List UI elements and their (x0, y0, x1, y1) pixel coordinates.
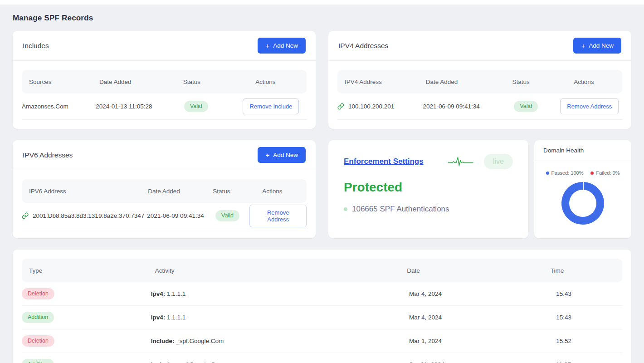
include-source: Amazonses.Com (22, 103, 96, 110)
ipv6-add-new-button[interactable]: + Add New (258, 147, 306, 163)
activity-table-header: Type Activity Date Time (22, 259, 622, 282)
activity-log-card: Type Activity Date Time Deletion Ipv4: 1… (13, 250, 631, 363)
plus-icon: + (265, 42, 269, 49)
activity-value: _spf.Google.Com (174, 361, 224, 363)
activity-time: 15:52 (556, 338, 622, 344)
activity-date: Mar 4, 2024 (409, 314, 556, 321)
column-header: Actions (553, 78, 615, 85)
activity-value: 1.1.1.1 (165, 290, 185, 297)
activity-type-badge: Addition (22, 359, 54, 363)
link-icon (337, 103, 344, 110)
add-new-label: Add New (589, 42, 614, 49)
table-row: 100.100.200.201 2021-06-09 09:41:34 Vali… (337, 93, 622, 120)
activity-row: Deletion Include: _spf.Google.Com Mar 1,… (22, 329, 622, 353)
activity-row: Addition Include: _spf.Google.Com Jan 31… (22, 353, 622, 363)
activity-value: _spf.Google.Com (174, 338, 224, 344)
activity-date: Jan 31, 2024 (409, 361, 556, 363)
column-header: IPV6 Address (29, 188, 148, 195)
column-header: Activity (155, 267, 407, 274)
ipv6-card: IPV6 Addresses + Add New IPV6 Address Da… (13, 140, 316, 238)
activity-label: Include: (151, 361, 175, 363)
domain-health-donut (561, 182, 604, 225)
ipv6-title: IPV6 Addresses (23, 151, 73, 159)
remove-address-button[interactable]: Remove Address (249, 205, 307, 227)
plus-icon: + (265, 152, 269, 158)
status-badge: Valid (514, 101, 538, 113)
activity-time: 15:43 (556, 314, 622, 321)
activity-type-badge: Deletion (22, 288, 54, 300)
legend-dot-failed (590, 172, 594, 175)
spf-authentications-count: 106665 SPF Authentications (352, 205, 449, 214)
enforcement-settings-link[interactable]: Enforcement Settings (344, 157, 424, 166)
includes-add-new-button[interactable]: + Add New (258, 38, 306, 54)
legend-label: Failed: 0% (596, 170, 620, 176)
donut-hole (569, 190, 596, 217)
column-header: Date Added (148, 188, 213, 195)
ipv6-address: 2001:Db8:85a3:8d3:1319:8a2e:370:7347 (33, 212, 144, 219)
column-header: IPV4 Address (345, 78, 426, 85)
activity-label: Ipv4: (151, 314, 166, 321)
plus-icon: + (581, 42, 585, 49)
activity-label: Include: (151, 338, 175, 344)
heartbeat-icon (448, 156, 474, 167)
includes-table-header: Sources Date Added Status Actions (22, 70, 307, 93)
column-header: Status (183, 78, 232, 85)
activity-type-badge: Addition (22, 312, 54, 324)
link-icon (22, 212, 29, 219)
activity-row: Deletion Ipv4: 1.1.1.1 Mar 4, 2024 15:43 (22, 282, 622, 306)
add-new-label: Add New (273, 152, 298, 158)
page-title: Manage SPF Records (13, 14, 631, 23)
legend-label: Passed: 100% (551, 170, 584, 176)
ipv4-table-header: IPV4 Address Date Added Status Actions (337, 70, 622, 93)
donut-legend: Passed: 100% Failed: 0% (539, 170, 627, 176)
bullet-dot-icon (344, 207, 347, 211)
activity-type-badge: Deletion (22, 335, 54, 347)
activity-label: Ipv4: (151, 290, 166, 297)
domain-health-card: Domain Health Passed: 100% Failed: 0% (534, 140, 631, 238)
activity-date: Mar 4, 2024 (409, 290, 556, 297)
include-date-added: 2024-01-13 11:05:28 (96, 103, 184, 110)
ipv4-add-new-button[interactable]: + Add New (573, 38, 621, 54)
table-row: Amazonses.Com 2024-01-13 11:05:28 Valid … (22, 93, 307, 120)
status-badge: Valid (184, 101, 208, 113)
legend-item-failed: Failed: 0% (590, 170, 620, 176)
table-row: 2001:Db8:85a3:8d3:1319:8a2e:370:7347 202… (22, 203, 307, 229)
status-badge: Valid (215, 210, 239, 222)
column-header: Time (551, 267, 615, 274)
ipv4-title: IPV4 Addresses (338, 42, 388, 50)
live-badge: live (484, 154, 513, 169)
protection-status: Protected (344, 180, 513, 195)
activity-time: 15:43 (556, 290, 622, 297)
activity-value: 1.1.1.1 (165, 314, 185, 321)
domain-health-title: Domain Health (543, 147, 622, 154)
add-new-label: Add New (273, 42, 298, 49)
ipv4-address: 100.100.200.201 (348, 103, 394, 110)
remove-address-button[interactable]: Remove Address (560, 98, 619, 114)
legend-item-passed: Passed: 100% (546, 170, 584, 176)
enforcement-card: Enforcement Settings live Protected 1066… (328, 140, 528, 238)
ipv4-date-added: 2021-06-09 09:41:34 (423, 103, 514, 110)
column-header: Status (512, 78, 553, 85)
column-header: Date (407, 267, 551, 274)
column-header: Date Added (426, 78, 512, 85)
ipv6-date-added: 2021-06-09 09:41:34 (147, 212, 215, 219)
column-header: Sources (29, 78, 99, 85)
column-header: Actions (232, 78, 299, 85)
column-header: Actions (245, 188, 299, 195)
legend-dot-passed (546, 172, 549, 175)
top-strip (0, 0, 644, 5)
ipv6-table-header: IPV6 Address Date Added Status Actions (22, 179, 307, 203)
includes-title: Includes (23, 42, 49, 50)
column-header: Type (29, 267, 155, 274)
column-header: Status (213, 188, 245, 195)
includes-card: Includes + Add New Sources Date Added St… (13, 31, 316, 129)
activity-time: 11:37 (556, 361, 622, 363)
ipv4-card: IPV4 Addresses + Add New IPV4 Address Da… (328, 31, 631, 129)
remove-include-button[interactable]: Remove Include (243, 98, 299, 114)
activity-date: Mar 1, 2024 (409, 338, 556, 344)
manage-spf-page: Manage SPF Records Includes + Add New So… (0, 14, 644, 363)
column-header: Date Added (99, 78, 183, 85)
activity-row: Addition Ipv4: 1.1.1.1 Mar 4, 2024 15:43 (22, 306, 622, 329)
